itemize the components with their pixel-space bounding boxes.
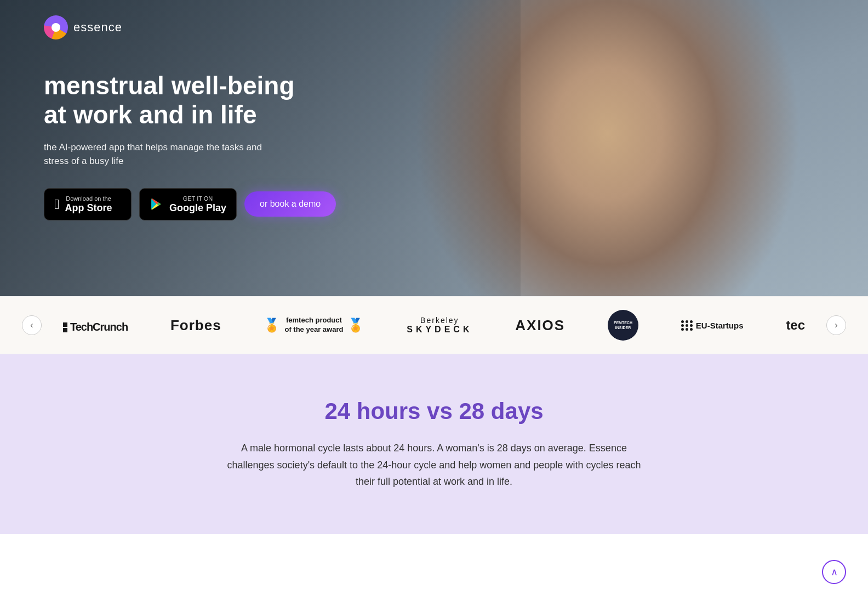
eu-startups-logo: EU-Startups [681, 320, 744, 331]
google-play-icon [150, 197, 164, 211]
list-item: FEMTECHINSIDER [597, 310, 649, 341]
femtech-award-logo: 🏅 femtech product of the year award 🏅 [264, 316, 364, 335]
list-item: AXIOS [504, 317, 576, 334]
section-purple: 24 hours vs 28 days A male hormonal cycl… [0, 354, 868, 534]
hero-section: essence menstrual well-being at work and… [0, 0, 868, 296]
forbes-logo: Forbes [170, 317, 221, 334]
tec-logo: tec [786, 318, 805, 333]
logo-text: essence [73, 20, 122, 35]
laurel-right-icon: 🏅 [347, 318, 364, 333]
section-title: 24 hours vs 28 days [110, 398, 758, 424]
laurel-left-icon: 🏅 [264, 318, 280, 333]
section-body: A male hormonal cycle lasts about 24 hou… [220, 440, 648, 490]
berkeley-logo: Berkeley SKYDECK [407, 316, 472, 335]
apple-icon:  [54, 197, 60, 211]
app-store-text: Download on the App Store [65, 194, 112, 214]
axios-logo: AXIOS [515, 317, 565, 334]
hero-content: menstrual well-being at work and in life… [0, 55, 868, 220]
demo-button[interactable]: or book a demo [244, 191, 336, 217]
logos-next-button[interactable]: › [826, 315, 846, 335]
google-play-button[interactable]: GET IT ON Google Play [139, 188, 237, 220]
list-item: Forbes [159, 317, 232, 334]
google-play-text: GET IT ON Google Play [169, 194, 226, 214]
list-item: TechCrunch [52, 317, 139, 334]
logos-inner: TechCrunch Forbes 🏅 femtech product of t… [42, 310, 826, 341]
app-store-button[interactable]:  Download on the App Store [44, 188, 132, 220]
list-item: Berkeley SKYDECK [396, 316, 483, 335]
list-item: 🏅 femtech product of the year award 🏅 [253, 316, 375, 335]
logos-strip: ‹ TechCrunch Forbes 🏅 [0, 296, 868, 354]
hero-title: menstrual well-being at work and in life [44, 71, 329, 129]
cta-row:  Download on the App Store GET IT ON Go… [44, 188, 824, 220]
logos-prev-button[interactable]: ‹ [22, 315, 42, 335]
hero-subtitle: the AI-powered app that helps manage the… [44, 140, 274, 168]
techcrunch-logo: TechCrunch [63, 317, 128, 334]
femtech-insider-logo: FEMTECHINSIDER [608, 310, 638, 341]
list-item: tec [775, 318, 816, 333]
logo-mark [44, 15, 68, 39]
nav-bar: essence [0, 0, 868, 55]
list-item: EU-Startups [670, 320, 755, 331]
